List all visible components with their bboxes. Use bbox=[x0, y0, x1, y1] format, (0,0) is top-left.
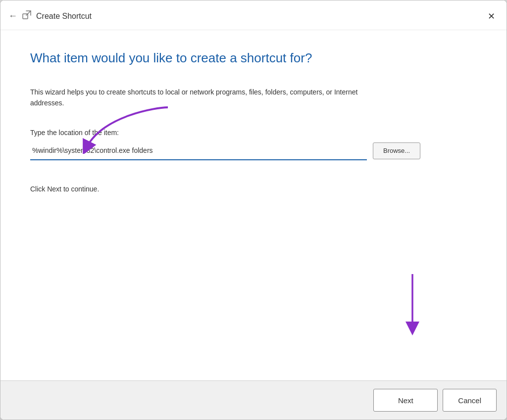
cancel-button[interactable]: Cancel bbox=[443, 389, 497, 412]
description-text: This wizard helps you to create shortcut… bbox=[30, 87, 377, 109]
create-shortcut-dialog: ← Create Shortcut ✕ What item would you … bbox=[0, 0, 507, 420]
title-bar: ← Create Shortcut ✕ bbox=[0, 0, 507, 30]
title-bar-left: ← Create Shortcut bbox=[8, 10, 484, 22]
location-label: Type the location of the item: bbox=[30, 129, 477, 137]
shortcut-icon bbox=[22, 10, 31, 22]
input-row: Browse... bbox=[30, 141, 477, 160]
dialog-content: What item would you like to create a sho… bbox=[0, 30, 507, 380]
instruction-text: Click Next to continue. bbox=[30, 185, 477, 193]
back-button[interactable]: ← bbox=[8, 11, 17, 21]
dialog-title: Create Shortcut bbox=[36, 12, 92, 21]
next-button[interactable]: Next bbox=[373, 389, 438, 412]
dialog-footer: Next Cancel bbox=[0, 380, 507, 420]
location-input[interactable] bbox=[30, 141, 367, 160]
next-arrow-annotation bbox=[395, 272, 430, 336]
browse-button[interactable]: Browse... bbox=[373, 142, 420, 159]
close-button[interactable]: ✕ bbox=[484, 9, 499, 24]
main-question: What item would you like to create a sho… bbox=[30, 50, 477, 67]
